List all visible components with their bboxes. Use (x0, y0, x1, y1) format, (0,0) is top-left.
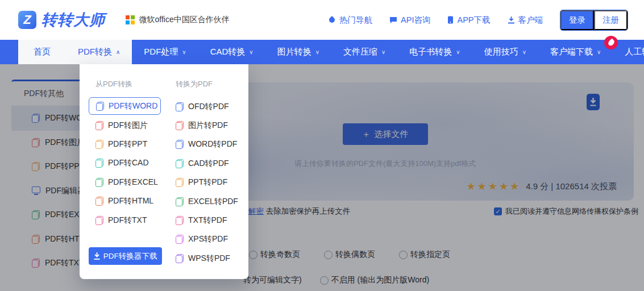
nav-item-tips[interactable]: 使用技巧 ∨ (472, 40, 538, 64)
pdf-convert-dropdown: 从PDF转换 PDF转WORD PDF转图片 PDF转PPT (80, 64, 248, 279)
download-icon (508, 16, 515, 24)
chevron-down-icon: ∨ (597, 49, 601, 55)
menu-item-label: PDF转HTML (108, 196, 153, 206)
download-icon (94, 252, 100, 260)
hot-nav-link[interactable]: 热门导航 (329, 15, 372, 26)
nav-label: 图片转换 (277, 47, 311, 57)
nav-item-pdf-convert[interactable]: PDF转换 ∧ (66, 40, 132, 64)
client-link[interactable]: 客户端 (508, 15, 543, 26)
nav-label: 电子书转换 (409, 47, 452, 57)
api-link[interactable]: API咨询 (389, 15, 430, 26)
nav-item-pdf-process[interactable]: PDF处理 ∨ (132, 40, 198, 64)
file-icon (95, 159, 103, 168)
chevron-down-icon: ∨ (381, 49, 385, 55)
file-icon (96, 102, 104, 111)
menu-item-excel-to-pdf[interactable]: EXCEL转PDF (169, 192, 248, 211)
chat-icon (389, 16, 397, 24)
pdf-converter-download-button[interactable]: PDF转换器下载 (89, 247, 162, 265)
menu-item-label: PDF转CAD (108, 158, 149, 168)
file-icon (176, 102, 184, 111)
nav-label: 使用技巧 (484, 47, 518, 57)
nav-label: 人工转换 (625, 47, 644, 57)
partner-badge: 微软office中国区合作伙伴 (126, 15, 230, 25)
file-icon (95, 216, 103, 225)
menu-item-txt-to-pdf[interactable]: TXT转PDF (169, 211, 248, 230)
menu-item-pdf-to-html[interactable]: PDF转HTML (89, 192, 168, 211)
file-icon (95, 121, 103, 130)
header-links: 热门导航 API咨询 APP下载 客户端 (329, 15, 543, 26)
menu-item-image-to-pdf[interactable]: 图片转PDF (169, 116, 248, 135)
menu-item-ofd-to-pdf[interactable]: OFD转PDF (169, 97, 248, 116)
download-button-label: PDF转换器下载 (103, 251, 157, 261)
auth-buttons: 登录 注册 (560, 10, 628, 31)
file-icon (176, 216, 184, 225)
nav-label: 客户端下载 (550, 47, 593, 57)
menu-item-label: WPS转PDF (188, 253, 230, 264)
chevron-up-icon: ∧ (116, 49, 120, 55)
file-icon (176, 159, 184, 168)
menu-column-from-pdf: 从PDF转换 PDF转WORD PDF转图片 PDF转PPT (89, 79, 168, 268)
menu-item-label: 图片转PDF (188, 120, 228, 131)
menu-item-ppt-to-pdf[interactable]: PPT转PDF (169, 173, 248, 192)
nav-item-file-compress[interactable]: 文件压缩 ∨ (331, 40, 397, 64)
flame-icon (328, 16, 336, 24)
menu-item-xps-to-pdf[interactable]: XPS转PDF (169, 230, 248, 249)
file-icon (176, 197, 184, 206)
menu-item-pdf-to-txt[interactable]: PDF转TXT (89, 211, 168, 230)
menu-item-label: TXT转PDF (188, 215, 227, 226)
menu-item-label: PDF转TXT (108, 215, 147, 226)
menu-item-label: PDF转WORD (109, 101, 157, 111)
file-icon (176, 140, 184, 149)
chevron-down-icon: ∨ (456, 49, 460, 55)
hot-nav-label: 热门导航 (339, 15, 372, 26)
top-header: Z 转转大师 微软office中国区合作伙伴 热门导航 API咨询 APP下载 … (0, 0, 644, 40)
nav-item-image-convert[interactable]: 图片转换 ∨ (265, 40, 331, 64)
app-download-link[interactable]: APP下载 (447, 15, 490, 26)
menu-item-label: OFD转PDF (188, 102, 229, 112)
menu-item-label: CAD转PDF (188, 159, 229, 169)
file-icon (176, 121, 184, 130)
menu-item-label: WORD转PDF (188, 139, 237, 149)
client-label: 客户端 (518, 15, 543, 26)
nav-label: PDF转换 (78, 47, 112, 57)
menu-item-pdf-to-excel[interactable]: PDF转EXCEL (89, 173, 168, 192)
site-name: 转转大师 (41, 10, 105, 30)
nav-item-client-download[interactable]: 客户端下载 ∨ (538, 40, 613, 64)
file-icon (95, 178, 103, 187)
file-icon (176, 235, 184, 244)
page: Z 转转大师 微软office中国区合作伙伴 热门导航 API咨询 APP下载 … (0, 0, 644, 291)
chevron-down-icon: ∨ (249, 49, 253, 55)
menu-item-cad-to-pdf[interactable]: CAD转PDF (169, 154, 248, 173)
menu-item-word-to-pdf[interactable]: WORD转PDF (169, 135, 248, 154)
menu-column-title: 从PDF转换 (89, 79, 168, 89)
partner-text: 微软office中国区合作伙伴 (139, 15, 230, 25)
content-area: PDF转其他 PDF转WO PDF转图片 PDF转PPT PDF编辑器 PDF转… (0, 64, 644, 291)
menu-item-label: XPS转PDF (188, 234, 228, 244)
nav-item-home[interactable]: 首页 (18, 40, 66, 64)
register-button[interactable]: 注册 (594, 10, 628, 30)
menu-item-pdf-to-cad[interactable]: PDF转CAD (89, 154, 168, 173)
nav-label: 首页 (34, 47, 51, 57)
menu-item-label: PDF转EXCEL (108, 177, 158, 188)
microsoft-logo-icon (126, 15, 135, 24)
login-button[interactable]: 登录 (560, 10, 594, 30)
menu-column-to-pdf: 转换为PDF OFD转PDF 图片转PDF WORD转PDF (169, 79, 248, 268)
nav-label: CAD转换 (210, 47, 246, 57)
chevron-down-icon: ∨ (522, 49, 526, 55)
file-icon (176, 178, 184, 187)
menu-item-label: PDF转PPT (108, 139, 147, 149)
menu-item-pdf-to-word[interactable]: PDF转WORD (89, 97, 161, 115)
api-label: API咨询 (401, 15, 430, 26)
nav-label: 文件压缩 (343, 47, 377, 57)
menu-item-wps-to-pdf[interactable]: WPS转PDF (169, 249, 248, 268)
file-icon (95, 140, 103, 149)
menu-item-pdf-to-image[interactable]: PDF转图片 (89, 116, 168, 135)
menu-item-label: EXCEL转PDF (188, 197, 238, 207)
site-logo[interactable]: Z 转转大师 (18, 10, 105, 30)
logo-z-icon: Z (18, 11, 36, 29)
nav-item-manual-convert[interactable]: 人工转换 HOT (613, 40, 644, 64)
nav-item-cad-convert[interactable]: CAD转换 ∨ (198, 40, 265, 64)
menu-item-pdf-to-ppt[interactable]: PDF转PPT (89, 135, 168, 153)
menu-item-label: PPT转PDF (188, 177, 227, 188)
nav-item-ebook-convert[interactable]: 电子书转换 ∨ (397, 40, 472, 64)
